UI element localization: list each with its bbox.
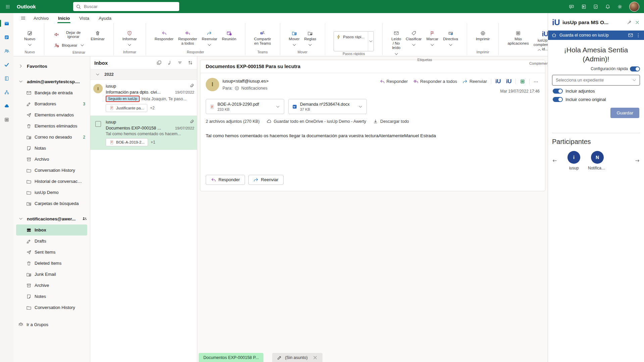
attachment-menu[interactable] xyxy=(358,104,363,109)
read-unread-button[interactable]: Leído / No leído xyxy=(389,29,403,57)
attachment-pdf[interactable]: BOE-A-2019-2290.pdf 233 KB xyxy=(206,99,284,114)
onenote-button[interactable] xyxy=(581,4,586,9)
download-all-link[interactable]: Descargar todo xyxy=(373,119,409,124)
more-apps-button[interactable]: Más aplicaciones xyxy=(505,29,531,46)
search-bar[interactable] xyxy=(73,2,179,11)
folder-bandeja-de-entrada[interactable]: Bandeja de entrada xyxy=(13,87,90,98)
folder-notes[interactable]: Notes xyxy=(13,291,90,302)
quick-config-toggle[interactable] xyxy=(630,66,640,71)
settings-button[interactable] xyxy=(617,4,623,9)
new-button[interactable]: Nuevo xyxy=(22,29,38,48)
reply-all-button[interactable]: Responder a todos xyxy=(176,29,199,46)
folder-conversation-history-1[interactable]: Conversation History xyxy=(13,165,90,176)
draft-tab-documentos[interactable]: Documentos EXP-000158 P... xyxy=(199,353,263,362)
hamburger-button[interactable] xyxy=(18,15,28,21)
quick-steps-expand[interactable] xyxy=(368,32,374,51)
folder-iusup-demo[interactable]: iusUp Demo xyxy=(13,187,90,198)
search-input[interactable] xyxy=(83,4,177,9)
folder-carpetas-busqueda[interactable]: Carpetas de búsqueda xyxy=(13,198,90,209)
participant[interactable]: N Notificaci... xyxy=(588,151,606,170)
tab-ayuda[interactable]: Ayuda xyxy=(95,14,115,22)
account1-header[interactable]: admin@awertytestcsp.... xyxy=(13,76,90,87)
email-list-item[interactable]: I iusup Información para dpto. civi... 1… xyxy=(90,80,197,116)
include-original-toggle[interactable] xyxy=(553,97,563,102)
more-actions-button[interactable]: ⋯ xyxy=(532,79,540,85)
attachment-chip[interactable]: BOE-A-2019-2... xyxy=(106,138,148,146)
rail-more-apps-button[interactable] xyxy=(0,113,13,126)
folder-archive[interactable]: Archive xyxy=(13,280,90,291)
folder-inbox-selected[interactable]: Inbox xyxy=(16,224,87,236)
meeting-button[interactable]: Reunión xyxy=(219,29,239,42)
tab-archivo[interactable]: Archivo xyxy=(30,14,53,22)
email-list-item-selected[interactable]: iusup Documentos EXP-000158 ... 19/07/20… xyxy=(90,116,197,150)
folder-junk-email[interactable]: Junk Email xyxy=(13,269,90,280)
iusup-quick-action-2[interactable]: iU xyxy=(505,78,513,85)
notifications-button[interactable] xyxy=(605,4,610,9)
account-avatar[interactable] xyxy=(629,2,639,12)
select-messages-button[interactable] xyxy=(156,60,162,65)
report-button[interactable]: Informar xyxy=(120,29,139,48)
rail-notebook-button[interactable] xyxy=(0,71,13,85)
delete-button[interactable]: Eliminar xyxy=(88,29,107,42)
addin-more-button[interactable]: ⋮ xyxy=(636,33,641,38)
folder-drafts[interactable]: Drafts xyxy=(13,236,90,247)
folder-notas[interactable]: Notas xyxy=(13,143,90,154)
folder-borradores[interactable]: Borradores3 xyxy=(13,98,90,109)
favorites-section[interactable]: Favoritos xyxy=(13,60,90,72)
rail-org-button[interactable] xyxy=(0,85,13,99)
email-checkbox[interactable] xyxy=(95,121,101,127)
footer-reply-button[interactable]: Responder xyxy=(206,175,245,185)
policy-button[interactable]: Directiva xyxy=(441,29,460,48)
collapse-ribbon-button[interactable] xyxy=(535,47,544,54)
draft-tab-sin-asunto[interactable]: (Sin asunto) xyxy=(272,353,322,362)
participants-prev-button[interactable] xyxy=(552,158,557,163)
list-group-2022[interactable]: 2022 xyxy=(90,69,197,80)
addin-mail-button[interactable] xyxy=(628,33,633,38)
chat-button[interactable] xyxy=(569,4,574,9)
share-teams-button[interactable]: Compartir en Teams xyxy=(252,29,273,46)
account2-header[interactable]: notificaciones@awer... xyxy=(13,213,90,224)
folder-elementos-enviados[interactable]: Elementos enviados xyxy=(13,109,90,120)
tab-inicio[interactable]: Inicio xyxy=(54,14,74,22)
folder-historial-conversaciones[interactable]: Historial de conversacio... xyxy=(13,176,90,187)
tab-vista[interactable]: Vista xyxy=(75,14,93,22)
todo-button[interactable] xyxy=(593,4,598,9)
filter-button[interactable] xyxy=(177,60,183,65)
addin-home-button[interactable] xyxy=(551,33,557,38)
rail-onedrive-button[interactable] xyxy=(0,99,13,113)
forward-button[interactable]: Reenviar xyxy=(199,29,219,48)
close-addin-button[interactable] xyxy=(635,20,640,25)
footer-forward-button[interactable]: Reenviar xyxy=(248,175,284,185)
folder-conversation-history-2[interactable]: Conversation History xyxy=(13,302,90,313)
reply-action[interactable]: Responder xyxy=(378,78,409,85)
attachment-menu[interactable] xyxy=(275,104,281,109)
reply-button[interactable]: Responder xyxy=(152,29,176,42)
participants-next-button[interactable] xyxy=(635,158,640,163)
apps-action[interactable] xyxy=(518,78,527,85)
expediente-select[interactable] xyxy=(552,75,640,86)
attachment-docx[interactable]: Demanda nº2536474.docx 37 KB xyxy=(288,99,367,114)
folder-correo-no-deseado[interactable]: Correo no deseado2 xyxy=(13,132,90,143)
reply-all-action[interactable]: Responder a todos xyxy=(412,78,458,85)
close-draft-button[interactable] xyxy=(312,355,318,360)
stop-ignoring-button[interactable]: Dejar de ignorar xyxy=(52,30,87,39)
folder-deleted-items[interactable]: Deleted Items xyxy=(13,258,90,269)
folder-archivo[interactable]: Archivo xyxy=(13,154,90,165)
rail-todo-button[interactable] xyxy=(0,58,13,71)
pin-addin-button[interactable] xyxy=(627,20,632,25)
attachment-chip[interactable]: Justificante pa... xyxy=(106,104,147,112)
categorize-button[interactable]: Clasificar xyxy=(403,29,424,48)
save-button[interactable]: Guardar xyxy=(610,108,639,118)
app-launcher-button[interactable] xyxy=(0,0,15,13)
newest-on-top-button[interactable] xyxy=(167,60,172,65)
rail-mail-button[interactable] xyxy=(0,16,13,30)
rules-button[interactable]: Reglas xyxy=(302,29,319,48)
include-attachments-toggle[interactable] xyxy=(553,89,563,94)
sort-button[interactable] xyxy=(188,60,193,65)
rail-people-button[interactable] xyxy=(0,44,13,58)
flag-button[interactable]: Marcar xyxy=(424,29,441,48)
block-button[interactable]: Bloquear xyxy=(52,42,87,49)
print-button[interactable]: Imprimir xyxy=(474,29,492,42)
save-onedrive-link[interactable]: Guardar todo en OneDrive - iusUp Demo - … xyxy=(266,119,366,124)
iusup-quick-action-1[interactable]: iU xyxy=(494,78,502,85)
